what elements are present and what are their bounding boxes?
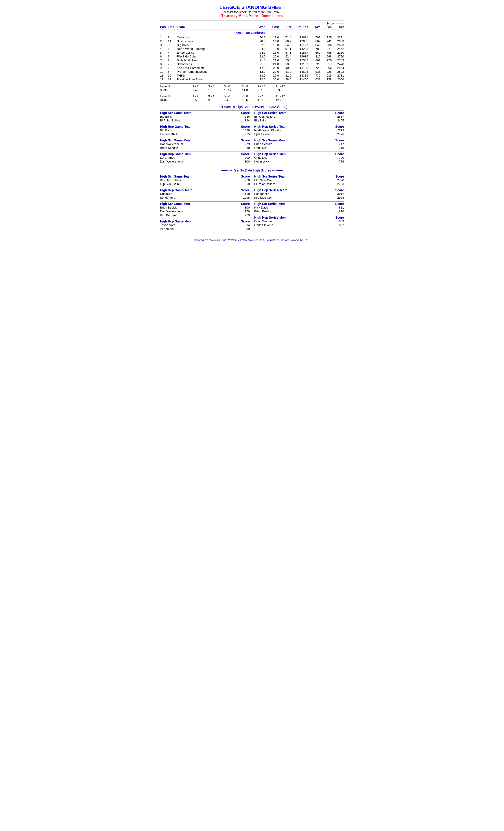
- hs-entry-score: 2776: [337, 133, 344, 136]
- hs-entry-name: Flip Side Coin: [254, 178, 273, 182]
- conference-title: American Conference: [160, 31, 344, 35]
- hs-score-label: Score: [335, 111, 344, 115]
- hs-score-label: Score: [335, 216, 344, 219]
- hs-score-label: Score: [335, 202, 344, 206]
- hs-category: High Scr Game-MenScoreBrian Busick300Dan…: [160, 201, 250, 217]
- hs-entry: Dan Wollersheim279: [160, 209, 250, 213]
- row-ave: 669: [308, 39, 321, 43]
- hs-entry: Dan Wollersheim279: [160, 142, 250, 146]
- hs-entry-score: 936: [245, 115, 250, 118]
- hs-entry-name: Nick Daye: [254, 206, 268, 209]
- hs-entry: Flip Side Coin968: [160, 182, 250, 186]
- row-pos: 11: [160, 74, 168, 77]
- table-row: 3 3 Big Balls 27.0 15.0 64.3 15127 840 9…: [160, 43, 344, 47]
- hs-entry: Flip Side Coin2790: [254, 178, 344, 182]
- hs-score-label: Score: [335, 152, 344, 156]
- hs-cat-name: High Scr Series-Team: [254, 111, 287, 115]
- hs-entry: Flip Side Coin2988: [254, 196, 344, 200]
- row-won: 21.0: [252, 62, 265, 66]
- col-tm-header: Tm#: [168, 25, 177, 29]
- row-ser: 2452: [332, 47, 344, 51]
- lane-week2-c3: 7 4: [224, 98, 242, 102]
- row-ave: 816: [308, 70, 321, 74]
- row-lost: 21.0: [265, 59, 279, 62]
- lane-col6: 11 - 12: [275, 85, 291, 88]
- row-tm: 6: [168, 66, 177, 69]
- hs-entry: Big Balls1028: [160, 128, 250, 132]
- hs-category: High Scr Game-TeamScoreBig Balls936Bi Po…: [160, 110, 250, 122]
- standings-table: 1 8 Cusack's 30.0 12.0 71.4 12621 701 92…: [160, 35, 344, 81]
- hs-entry: Brian Busick300: [160, 206, 250, 209]
- lane-week2-c4: 10 6: [242, 98, 258, 102]
- table-row: 4 1 North Wood Flooring 24.0 18.0 57.1 1…: [160, 47, 344, 51]
- scratch-bar: --------Scratch--------: [160, 22, 344, 25]
- hs-entry-name: Dan Wollersheim: [160, 142, 183, 146]
- row-team: Protec Home Inspection: [177, 70, 252, 74]
- row-ser: 2331: [332, 36, 344, 39]
- row-pct: 66.7: [279, 39, 291, 43]
- hs-entry: DJ Chaney300: [160, 156, 250, 160]
- row-tm: 9: [168, 55, 177, 58]
- row-ave: 633: [308, 78, 321, 81]
- hs-cat-name: High Hcp Series-Men: [254, 216, 286, 219]
- hs-entry-score: 279: [245, 210, 250, 213]
- hs-entry-name: Big Balls: [254, 119, 266, 122]
- results-line: Results for Week No. 28 of 32 03/23/2023: [160, 10, 344, 14]
- row-tm: 2: [168, 59, 177, 62]
- page-header: LEAGUE STANDING SHEET Results for Week N…: [160, 4, 344, 18]
- lane-week2-row: 04/06 9 5 3 8 7 4 10 6 11 1 12 2: [160, 98, 344, 102]
- hs-entry-name: Chris Dile: [254, 146, 267, 149]
- row-ser: 2623: [332, 43, 344, 47]
- row-gm: 917: [321, 62, 332, 66]
- col-totpins-header: TotPins: [291, 25, 308, 29]
- hs-entry-score: 2587: [337, 115, 344, 118]
- row-pos: 7: [160, 59, 168, 62]
- top-divider: [160, 20, 344, 21]
- ytd-title: ---------- Year To Date High Scores ----…: [160, 168, 344, 172]
- hs-entry: Brian Busick810: [254, 209, 344, 213]
- hs-entry: Nick Daye811: [254, 206, 344, 209]
- hs-category: High Hcp Series-TeamScoreSchooner's3012F…: [254, 188, 344, 200]
- hs-entry-name: Flip Side Coin: [160, 182, 179, 185]
- hs-score-label: Score: [335, 125, 344, 128]
- table-row: 5 4 Embers1871 24.0 18.0 57.1 11887 660 …: [160, 51, 344, 55]
- table-row: 9 6 The Four Horsemen 17.0 25.0 40.5 131…: [160, 66, 344, 70]
- row-gm: 926: [321, 70, 332, 74]
- row-tm: 11: [168, 39, 177, 43]
- row-won: 30.0: [252, 36, 265, 39]
- row-gm: 925: [321, 36, 332, 39]
- row-ser: 2783: [332, 59, 344, 62]
- row-won: 13.0: [252, 70, 265, 74]
- hs-entry: Bi Polar Rollers2783: [254, 182, 344, 186]
- hs-entry: Cusack's1118: [160, 192, 250, 196]
- hs-entry-name: Brian Busick: [160, 206, 177, 209]
- ytd-grid: High Scr Game-TeamScoreBi Polar Rollers9…: [160, 174, 344, 233]
- row-gm: 936: [321, 43, 332, 47]
- row-ave: 840: [308, 43, 321, 47]
- hs-entry-name: Split Lickers: [254, 133, 271, 136]
- lane-week2-c6: 12 2: [275, 98, 291, 102]
- hs-entry-score: 810: [339, 210, 344, 213]
- hs-category: High Scr Series-TeamScoreBi Polar Roller…: [254, 110, 344, 122]
- hs-category: High Hcp Series-MenScoreChris Dile790Kev…: [254, 151, 344, 164]
- hs-entry: Kevin Wick776: [254, 160, 344, 164]
- right-column: High Scr Series-TeamScoreFlip Side Coin2…: [254, 174, 344, 233]
- hs-cat-title: High Hcp Game-TeamScore: [160, 124, 250, 128]
- hs-score-label: Score: [241, 152, 250, 156]
- column-headers: Pos Tm# Team Won Lost Pct TotPins Ave Gm…: [160, 25, 344, 29]
- hs-entry: Bi Polar Rollers894: [160, 118, 250, 122]
- hs-entry: Big Balls2465: [254, 118, 344, 122]
- lane-header-row-1: Lane No 1 - 2 3 - 4 5 - 6 7 - 8 9 - 10 1…: [160, 85, 344, 88]
- row-tm: 7: [168, 62, 177, 66]
- row-team: Cusack's: [177, 36, 252, 39]
- row-gm: 758: [321, 78, 332, 81]
- row-ave: 861: [308, 59, 321, 62]
- lane-no-label: Lane No: [160, 85, 180, 88]
- hs-cat-title: High Scr Series-TeamScore: [254, 174, 344, 178]
- row-ser: 2083: [332, 39, 344, 43]
- col-ave-header: Ave: [308, 25, 321, 29]
- lane-week1-c4: 11 8: [242, 88, 258, 92]
- row-won: 17.0: [252, 66, 265, 69]
- row-ave: 728: [308, 66, 321, 69]
- lane-header-row-2: Lane No 1 - 2 3 - 4 5 - 6 7 - 8 9 - 10 1…: [160, 94, 344, 98]
